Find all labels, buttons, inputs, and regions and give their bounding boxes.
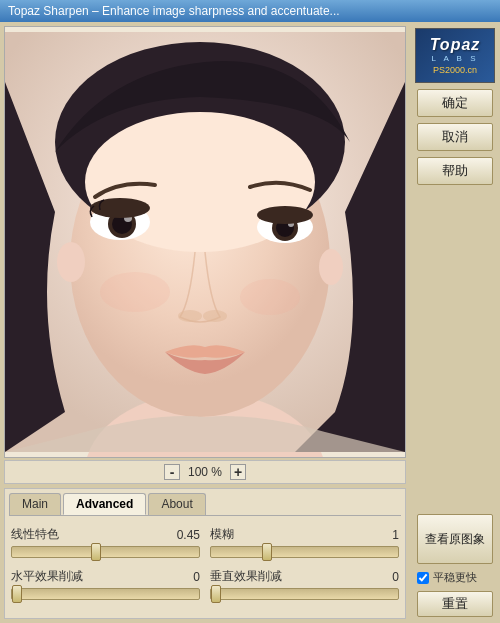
confirm-button[interactable]: 确定	[417, 89, 493, 117]
vertical-reduction-thumb[interactable]	[211, 585, 221, 603]
tabs-header: Main Advanced About	[9, 493, 401, 516]
svg-point-21	[319, 249, 343, 285]
horizontal-reduction-value: 0	[170, 570, 200, 584]
svg-point-20	[57, 242, 85, 282]
reset-button[interactable]: 重置	[417, 591, 493, 617]
param-row-2: 水平效果削减 0 垂直效果削减 0	[11, 568, 399, 600]
zoom-out-button[interactable]: -	[164, 464, 180, 480]
left-panel: - 100 % + Main Advanced About 线性特色 0.45	[0, 22, 410, 623]
smooth-check-container: 平稳更快	[417, 570, 493, 585]
right-panel: Topaz L A B S PS2000.cn 确定 取消 帮助 查看原图象 平…	[410, 22, 500, 623]
linear-feature-thumb[interactable]	[91, 543, 101, 561]
zoom-value: 100 %	[188, 465, 222, 479]
horizontal-reduction-label: 水平效果削减	[11, 568, 83, 585]
svg-point-17	[203, 310, 227, 322]
blur-slider[interactable]	[210, 546, 399, 558]
linear-feature-slider[interactable]	[11, 546, 200, 558]
tabs-panel: Main Advanced About 线性特色 0.45	[4, 488, 406, 619]
zoom-bar: - 100 % +	[4, 460, 406, 484]
vertical-reduction-header: 垂直效果削减 0	[210, 568, 399, 585]
tab-about[interactable]: About	[148, 493, 205, 515]
title-bar: Topaz Sharpen – Enhance image sharpness …	[0, 0, 500, 22]
horizontal-reduction-slider[interactable]	[11, 588, 200, 600]
linear-feature-value: 0.45	[170, 528, 200, 542]
tab-content: 线性特色 0.45 模糊 1	[9, 522, 401, 614]
param-row-1: 线性特色 0.45 模糊 1	[11, 526, 399, 558]
blur-group: 模糊 1	[210, 526, 399, 558]
tab-main[interactable]: Main	[9, 493, 61, 515]
vertical-reduction-slider[interactable]	[210, 588, 399, 600]
svg-point-15	[257, 206, 313, 224]
logo-sub-text: PS2000.cn	[433, 65, 477, 75]
smooth-checkbox[interactable]	[417, 572, 429, 584]
help-button[interactable]: 帮助	[417, 157, 493, 185]
linear-feature-label: 线性特色	[11, 526, 59, 543]
logo-labs-text: L A B S	[432, 54, 479, 63]
tab-advanced[interactable]: Advanced	[63, 493, 146, 515]
zoom-in-button[interactable]: +	[230, 464, 246, 480]
svg-point-18	[100, 272, 170, 312]
horizontal-reduction-thumb[interactable]	[12, 585, 22, 603]
vertical-reduction-value: 0	[369, 570, 399, 584]
main-container: - 100 % + Main Advanced About 线性特色 0.45	[0, 22, 500, 623]
svg-point-19	[240, 279, 300, 315]
blur-value: 1	[369, 528, 399, 542]
image-area	[4, 26, 406, 458]
vertical-reduction-group: 垂直效果削减 0	[210, 568, 399, 600]
title-text: Topaz Sharpen – Enhance image sharpness …	[8, 4, 340, 18]
logo-topaz-text: Topaz	[430, 36, 481, 54]
view-original-button[interactable]: 查看原图象	[417, 514, 493, 564]
svg-point-16	[178, 310, 202, 322]
smooth-label: 平稳更快	[433, 570, 477, 585]
horizontal-reduction-header: 水平效果削减 0	[11, 568, 200, 585]
blur-thumb[interactable]	[262, 543, 272, 561]
horizontal-reduction-group: 水平效果削减 0	[11, 568, 200, 600]
cancel-button[interactable]: 取消	[417, 123, 493, 151]
blur-label: 模糊	[210, 526, 234, 543]
blur-header: 模糊 1	[210, 526, 399, 543]
logo-area: Topaz L A B S PS2000.cn	[415, 28, 495, 83]
linear-feature-header: 线性特色 0.45	[11, 526, 200, 543]
vertical-reduction-label: 垂直效果削减	[210, 568, 282, 585]
linear-feature-group: 线性特色 0.45	[11, 526, 200, 558]
